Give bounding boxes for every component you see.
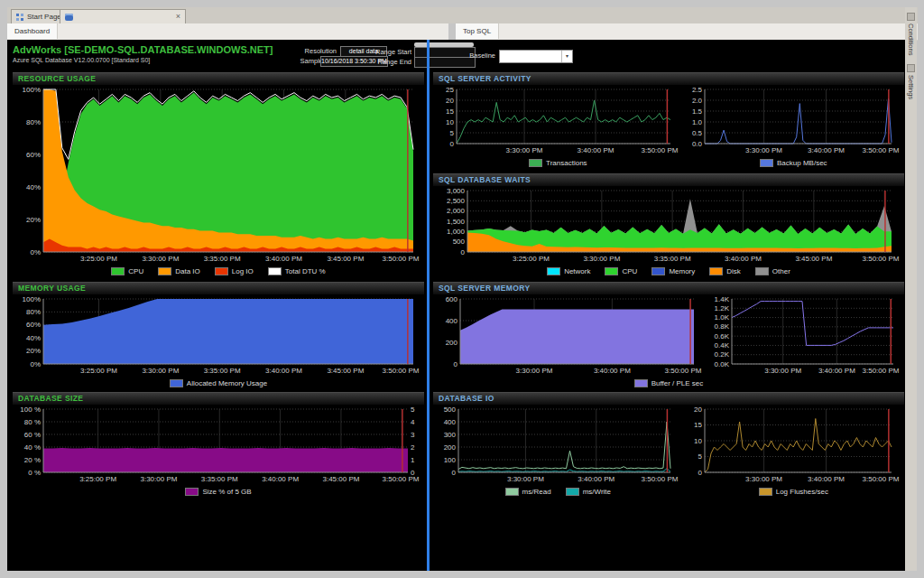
svg-text:40%: 40% xyxy=(26,183,41,191)
svg-text:3:45:00 PM: 3:45:00 PM xyxy=(322,475,359,483)
svg-text:3:30:00 PM: 3:30:00 PM xyxy=(516,367,553,375)
ple-trend-chart[interactable]: 0.0K0.2K0.4K0.6K0.8K1.0K1.2K1.4K3:30:00 … xyxy=(707,294,904,376)
svg-text:400: 400 xyxy=(444,418,457,426)
transactions-chart[interactable]: 05101520253:30:00 PM3:40:00 PM3:50:00 PM xyxy=(433,85,683,155)
svg-text:100 %: 100 % xyxy=(20,406,41,414)
svg-text:5: 5 xyxy=(411,406,415,414)
chevron-down-icon[interactable]: ▾ xyxy=(561,51,572,62)
svg-text:3:30:00 PM: 3:30:00 PM xyxy=(506,146,543,154)
legend-swatch xyxy=(760,159,773,167)
legend-swatch xyxy=(759,488,772,496)
svg-text:1.0: 1.0 xyxy=(692,118,703,126)
tab-start-page-label: Start Page xyxy=(27,13,61,21)
backup-legend: Backup MB/sec xyxy=(683,155,904,170)
db-io-latency-chart[interactable]: 01002003004005003:30:00 PM3:40:00 PM3:50… xyxy=(433,405,683,484)
db-io-latency-legend: ms/Readms/Write xyxy=(433,484,683,499)
svg-text:2,500: 2,500 xyxy=(447,197,466,205)
panel-title: SQL SERVER MEMORY xyxy=(433,282,904,294)
tab-dashboard-document[interactable]: × xyxy=(60,9,186,23)
left-pane-strip: Dashboard xyxy=(7,23,448,41)
svg-text:3:50:00 PM: 3:50:00 PM xyxy=(383,475,420,483)
legend-label: Memory xyxy=(669,265,695,278)
svg-text:3:35:00 PM: 3:35:00 PM xyxy=(201,475,238,483)
legend-item: Total DTU % xyxy=(268,265,326,278)
legend-item: ms/Write xyxy=(566,485,611,499)
legend-label: Log IO xyxy=(232,265,254,278)
svg-text:200: 200 xyxy=(446,339,458,347)
legend-swatch xyxy=(605,267,618,275)
svg-text:3:40:00 PM: 3:40:00 PM xyxy=(578,146,614,154)
svg-text:10: 10 xyxy=(446,118,454,126)
resource-usage-chart[interactable]: 0%20%40%60%80%100%3:25:00 PM3:30:00 PM3:… xyxy=(13,85,424,264)
svg-text:1.4K: 1.4K xyxy=(714,295,729,303)
database-size-chart[interactable]: 0 %20 %40 %60 %80 %100 %0123453:25:00 PM… xyxy=(13,405,424,484)
svg-text:2,000: 2,000 xyxy=(447,207,466,215)
svg-text:600: 600 xyxy=(446,295,458,303)
panel-title: SQL SERVER ACTIVITY xyxy=(433,72,904,85)
svg-text:1,500: 1,500 xyxy=(447,218,466,226)
svg-text:3:30:00 PM: 3:30:00 PM xyxy=(140,475,177,483)
legend-swatch xyxy=(505,488,519,496)
svg-text:3: 3 xyxy=(411,431,415,439)
close-icon[interactable]: × xyxy=(176,13,180,21)
svg-text:80 %: 80 % xyxy=(24,418,41,426)
legend-swatch xyxy=(709,267,723,275)
tab-top-sql[interactable]: Top SQL xyxy=(456,23,499,39)
legend-item: CPU xyxy=(111,265,143,278)
svg-text:100%: 100% xyxy=(23,86,41,94)
svg-text:3:30:00 PM: 3:30:00 PM xyxy=(764,367,801,375)
panel-title: DATABASE SIZE xyxy=(13,392,424,405)
svg-text:1.0K: 1.0K xyxy=(714,313,729,322)
resolution-label: Resolution xyxy=(275,47,337,55)
svg-text:3:45:00 PM: 3:45:00 PM xyxy=(795,255,832,263)
log-flushes-chart[interactable]: 051015203:30:00 PM3:40:00 PM3:50:00 PM xyxy=(683,405,904,484)
svg-text:3:35:00 PM: 3:35:00 PM xyxy=(654,255,691,263)
panel-title: DATABASE IO xyxy=(433,392,904,405)
legend-swatch xyxy=(158,267,171,275)
svg-text:400: 400 xyxy=(446,317,458,325)
server-subtitle: Azure SQL Database V12.00.0700 [Standard… xyxy=(13,57,150,63)
legend-swatch xyxy=(185,488,199,496)
log-flushes-legend: Log Flushes/sec xyxy=(683,484,904,499)
legend-label: CPU xyxy=(128,265,143,278)
svg-text:3:45:00 PM: 3:45:00 PM xyxy=(327,255,364,263)
svg-text:3:50:00 PM: 3:50:00 PM xyxy=(665,367,702,375)
memory-usage-chart[interactable]: 0%20%40%60%80%100%3:25:00 PM3:30:00 PM3:… xyxy=(13,294,424,376)
tab-dashboard[interactable]: Dashboard xyxy=(7,23,58,39)
svg-text:0.8K: 0.8K xyxy=(714,322,729,331)
panel-title: SQL DATABASE WAITS xyxy=(433,173,904,186)
svg-text:3:30:00 PM: 3:30:00 PM xyxy=(142,367,179,375)
panel-title: MEMORY USAGE xyxy=(13,282,424,294)
pane-splitter[interactable] xyxy=(427,40,430,571)
side-tab-conditions[interactable]: Conditions xyxy=(907,13,915,55)
panel-memory-usage: MEMORY USAGE 0%20%40%60%80%100%3:25:00 P… xyxy=(13,282,424,390)
svg-text:25: 25 xyxy=(446,86,454,94)
legend-item: Disk xyxy=(709,265,741,278)
svg-text:3:45:00 PM: 3:45:00 PM xyxy=(327,367,364,375)
svg-text:500: 500 xyxy=(444,406,457,414)
legend-label: Data IO xyxy=(175,265,200,278)
settings-icon xyxy=(907,64,915,72)
svg-text:0.5: 0.5 xyxy=(692,129,703,137)
side-tab-settings[interactable]: Settings xyxy=(907,64,915,99)
svg-text:0: 0 xyxy=(452,469,457,477)
svg-text:0.2K: 0.2K xyxy=(714,350,729,359)
baseline-dropdown[interactable]: ▾ xyxy=(499,50,573,63)
legend-swatch xyxy=(634,379,648,387)
legend-item: Network xyxy=(547,265,590,278)
svg-text:60%: 60% xyxy=(26,321,41,329)
svg-text:3:40:00 PM: 3:40:00 PM xyxy=(725,255,762,263)
backup-chart[interactable]: 0.00.51.01.52.02.53:30:00 PM3:40:00 PM3:… xyxy=(683,85,904,155)
buffer-ple-chart[interactable]: 02004006003:30:00 PM3:40:00 PM3:50:00 PM xyxy=(433,294,707,376)
legend-item: Size % of 5 GB xyxy=(185,485,251,499)
svg-text:3:40:00 PM: 3:40:00 PM xyxy=(594,367,631,375)
svg-text:3:40:00 PM: 3:40:00 PM xyxy=(818,367,855,375)
pane-tab-row: Dashboard Top SQL xyxy=(7,23,918,40)
legend-label: Network xyxy=(564,265,590,278)
conditions-icon xyxy=(907,13,915,21)
range-start-label: Range Start xyxy=(366,48,411,56)
waits-chart[interactable]: 05001,0001,5002,0002,5003,0003:25:00 PM3… xyxy=(433,186,904,264)
svg-text:3:25:00 PM: 3:25:00 PM xyxy=(80,255,117,263)
start-page-icon xyxy=(16,14,23,21)
legend-item: Log IO xyxy=(215,265,254,278)
